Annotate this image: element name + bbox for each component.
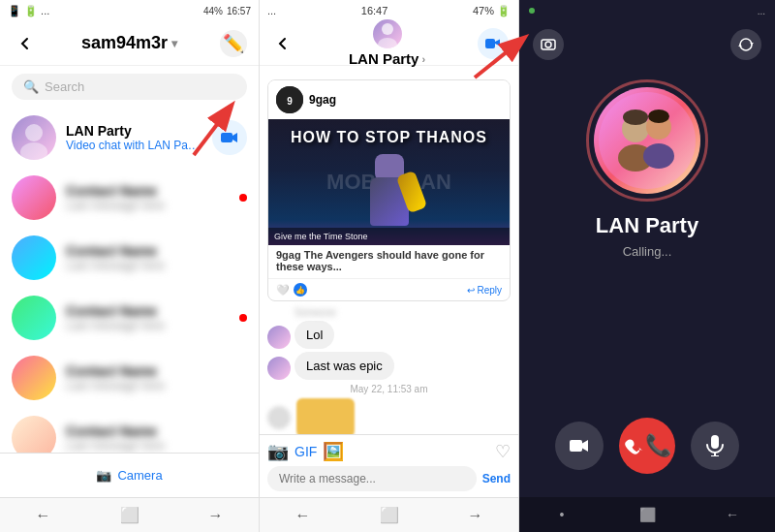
chat-header: LAN Party ›: [260, 21, 518, 66]
contact-info-3: Contact Name Last message here: [66, 243, 247, 272]
gag-footer: 🤍 👍 ↩ Reply: [268, 278, 510, 300]
contact-sub-lan-party: Video chat with LAN Party · now: [66, 139, 202, 152]
svg-rect-6: [221, 133, 232, 142]
contact-item-6[interactable]: Contact Name Last message here: [0, 408, 259, 453]
call-avatar-wrap: [594, 87, 700, 194]
gag-reply-button[interactable]: ↩ Reply: [467, 284, 502, 296]
nav-recent-button[interactable]: →: [202, 501, 231, 530]
gif-input-icon[interactable]: GIF: [294, 444, 317, 459]
chat-input-area: 📷 GIF 🖼️ ♡ Send: [260, 434, 518, 497]
chat-messages: 9 9gag HOW TO STOP THANOS MOBGYAAN: [260, 66, 518, 434]
camera-bar[interactable]: 📷 Camera: [0, 453, 259, 497]
call-status-dot: [529, 8, 535, 14]
message-input[interactable]: [267, 466, 477, 491]
status-bar-messenger: 📱 🔋 ... 44% 16:57: [0, 0, 259, 21]
chat-video-call-button[interactable]: [478, 28, 509, 59]
contact-info-5: Contact Name Last message here: [66, 363, 247, 392]
call-status-right: ...: [758, 6, 765, 16]
call-battery: ...: [758, 6, 765, 16]
gallery-input-icon[interactable]: 🖼️: [323, 441, 344, 462]
chat-nav-recent[interactable]: →: [461, 501, 490, 530]
call-nav-dot: •: [550, 503, 574, 526]
contact-name-2: Contact Name: [66, 183, 247, 199]
sticker-avatar: [267, 406, 291, 429]
camera-label: Camera: [117, 468, 162, 483]
chat-header-center: LAN Party ›: [296, 19, 478, 67]
contact-avatar-4: [12, 296, 56, 340]
camera-icon: 📷: [96, 468, 111, 483]
svg-rect-9: [485, 39, 495, 48]
messenger-header: sam94m3r ▾ ✏️: [0, 21, 259, 66]
heart-icon[interactable]: 🤍: [276, 284, 290, 297]
nav-back-button[interactable]: ←: [29, 501, 58, 530]
status-bar-right: 44% 16:57: [203, 6, 251, 16]
contact-sub-2: Last message here: [66, 199, 247, 212]
time-display: 16:57: [227, 6, 251, 16]
call-flip-camera-icon[interactable]: [533, 29, 564, 60]
new-message-button[interactable]: ✏️: [220, 30, 247, 57]
thanos-figure: [356, 148, 423, 235]
dropdown-chevron[interactable]: ▾: [171, 37, 177, 50]
camera-input-icon[interactable]: 📷: [267, 441, 289, 462]
contact-info-6: Contact Name Last message here: [66, 423, 247, 453]
gag-channel-name: 9gag: [309, 93, 336, 107]
gag-image: HOW TO STOP THANOS MOBGYAAN Give me the …: [268, 119, 510, 245]
contact-sub-3: Last message here: [66, 259, 247, 272]
call-name: LAN Party: [596, 213, 698, 238]
contact-item-2[interactable]: Contact Name Last message here: [0, 168, 259, 228]
nav-home-button[interactable]: ⬜: [115, 501, 144, 530]
contact-item-5[interactable]: Contact Name Last message here: [0, 348, 259, 408]
call-avatar-ring: [586, 79, 708, 202]
back-button[interactable]: [12, 30, 39, 57]
unread-badge-2: [239, 194, 247, 202]
gag-caption: 9gag The Avengers should have gone for t…: [268, 245, 510, 278]
svg-point-5: [20, 142, 47, 160]
messenger-panel: 📱 🔋 ... 44% 16:57 sam94m3r ▾ ✏️ 🔍 Search: [0, 0, 260, 532]
contact-avatar-2: [12, 175, 56, 220]
chat-back-button[interactable]: [269, 30, 296, 57]
unread-badge-4: [239, 314, 247, 322]
sticker-image: [296, 398, 355, 434]
nav-bar-messenger: ← ⬜ →: [0, 497, 259, 532]
battery-percent: 44%: [203, 6, 223, 16]
call-video-toggle-button[interactable]: [555, 422, 604, 470]
video-call-button-lan-party[interactable]: [212, 120, 247, 155]
chat-nav-home[interactable]: ⬜: [375, 501, 404, 530]
call-end-button[interactable]: 📞: [619, 418, 675, 474]
svg-text:9: 9: [287, 96, 293, 107]
contact-sub-6: Last message here: [66, 439, 247, 453]
call-switch-camera-icon[interactable]: [730, 29, 761, 60]
svg-rect-22: [711, 435, 719, 449]
message-bubble-epic: Last was epic: [294, 352, 394, 380]
status-bar-chat: ... 16:47 47% 🔋: [260, 0, 518, 21]
contact-name-lan-party: LAN Party: [66, 123, 202, 139]
contact-item-3[interactable]: Contact Name Last message here: [0, 228, 259, 288]
main-container: 📱 🔋 ... 44% 16:57 sam94m3r ▾ ✏️ 🔍 Search: [0, 0, 775, 532]
contact-avatar-5: [12, 356, 56, 400]
contact-avatar-3: [12, 235, 56, 280]
call-nav-home[interactable]: ⬜: [636, 503, 659, 526]
contact-name-6: Contact Name: [66, 423, 247, 439]
call-top-icons: [519, 21, 775, 68]
contact-list: LAN Party Video chat with LAN Party · no…: [0, 108, 259, 453]
contact-info-lan-party: LAN Party Video chat with LAN Party · no…: [66, 123, 202, 152]
chat-chevron: ›: [421, 53, 425, 65]
gag-avatar: 9: [276, 86, 303, 113]
image-overlay-text: Give me the Time Stone: [268, 228, 510, 245]
msg-avatar-2: [267, 357, 291, 380]
app-icons: 📱 🔋 ...: [8, 5, 49, 17]
reaction-count: 👍: [294, 283, 307, 297]
send-button[interactable]: Send: [482, 472, 511, 485]
contact-item-4[interactable]: Contact Name Last message here: [0, 288, 259, 348]
heart-input-icon[interactable]: ♡: [495, 441, 511, 462]
status-left: ...: [267, 5, 276, 16]
search-bar[interactable]: 🔍 Search: [12, 74, 247, 100]
svg-point-7: [382, 23, 393, 35]
chat-input-row: Send: [267, 466, 511, 491]
chat-header-name[interactable]: LAN Party ›: [349, 50, 425, 67]
chat-nav-back[interactable]: ←: [289, 501, 318, 530]
call-mute-button[interactable]: [691, 422, 739, 470]
message-bubble-lol: Lol: [294, 321, 334, 349]
call-nav-back[interactable]: ←: [721, 503, 744, 526]
contact-item-lan-party[interactable]: LAN Party Video chat with LAN Party · no…: [0, 108, 259, 168]
